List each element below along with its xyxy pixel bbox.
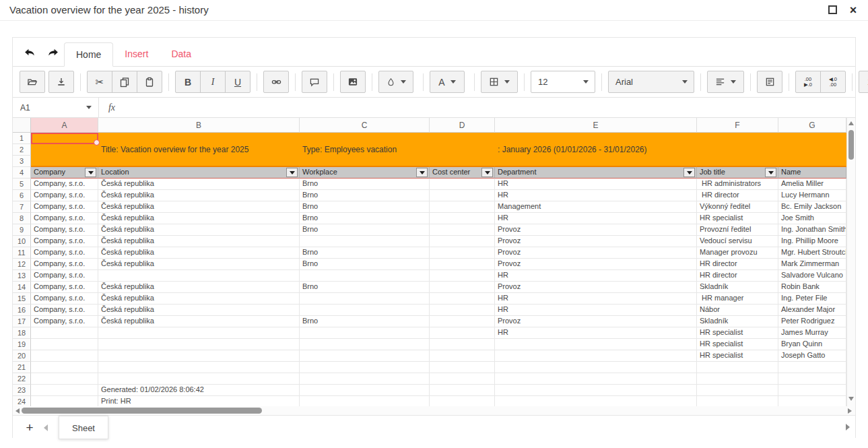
cell-C20[interactable] [300, 350, 430, 362]
redo-button[interactable] [44, 42, 63, 61]
cell-B19[interactable] [98, 339, 300, 350]
row-header-15[interactable]: 15 [13, 293, 31, 305]
cell-C11[interactable]: Brno [300, 247, 430, 259]
cell-C21[interactable] [300, 362, 430, 373]
cell-B5[interactable]: Česká republika [98, 179, 300, 190]
row-header-13[interactable]: 13 [13, 270, 31, 282]
cell-G22[interactable] [778, 373, 846, 385]
cell-C13[interactable] [300, 270, 430, 282]
row-header-5[interactable]: 5 [13, 179, 31, 190]
cell-E20[interactable] [495, 350, 697, 362]
cell-A3[interactable] [31, 156, 98, 167]
cell-D15[interactable] [430, 293, 495, 305]
cell-F1[interactable] [697, 133, 778, 144]
column-header-B[interactable]: B [98, 118, 300, 133]
cell-C14[interactable]: Brno [300, 282, 430, 293]
cell-G5[interactable]: Amelia Miller [778, 179, 846, 190]
cell-C6[interactable]: Brno [300, 190, 430, 201]
alignment-button[interactable] [707, 71, 744, 93]
cell-F18[interactable]: HR specialist [697, 327, 778, 339]
tab-insert[interactable]: Insert [113, 42, 160, 67]
filter-button-workplace[interactable] [416, 168, 428, 177]
cell-G8[interactable]: Joe Smith [778, 213, 846, 224]
cell-D22[interactable] [430, 373, 495, 385]
cell-D9[interactable] [430, 224, 495, 236]
cell-F11[interactable]: Manager provozu [697, 247, 778, 259]
cell-A13[interactable]: Company, s.r.o. [31, 270, 98, 282]
cell-D5[interactable] [430, 179, 495, 190]
cell-D4[interactable]: Cost center [430, 167, 495, 179]
cell-F8[interactable]: HR specialist [697, 213, 778, 224]
cell-F21[interactable] [697, 362, 778, 373]
tab-home[interactable]: Home [64, 42, 113, 67]
cell-G9[interactable]: Ing. Jonathan Smith [778, 224, 846, 236]
cell-C18[interactable] [300, 327, 430, 339]
paste-button[interactable] [137, 71, 162, 93]
column-header-C[interactable]: C [300, 118, 430, 133]
borders-button[interactable] [481, 71, 518, 93]
row-header-18[interactable]: 18 [13, 327, 31, 339]
cell-D8[interactable] [430, 213, 495, 224]
row-header-9[interactable]: 9 [13, 224, 31, 236]
cell-E6[interactable]: HR [495, 190, 697, 201]
number-format-button[interactable]: 123 [859, 71, 868, 93]
cell-A5[interactable]: Company, s.r.o. [31, 179, 98, 190]
row-header-12[interactable]: 12 [13, 259, 31, 270]
cell-E8[interactable]: HR [495, 213, 697, 224]
cell-A23[interactable] [31, 385, 98, 396]
cell-A16[interactable]: Company, s.r.o. [31, 305, 98, 316]
cell-A20[interactable] [31, 350, 98, 362]
cell-A21[interactable] [31, 362, 98, 373]
cell-G6[interactable]: Lucy Hermann [778, 190, 846, 201]
cell-B3[interactable] [98, 156, 300, 167]
fill-color-button[interactable] [378, 71, 413, 93]
cell-E17[interactable]: Provoz [495, 316, 697, 327]
cell-F10[interactable]: Vedoucí servisu [697, 236, 778, 247]
sheet-next-icon[interactable] [846, 424, 850, 430]
cell-G19[interactable]: Bryan Quinn [778, 339, 846, 350]
cell-B23[interactable]: Generated: 01/02/2026 8:06:42 [98, 385, 300, 396]
cell-G11[interactable]: Mgr. Hubert Stroutch [778, 247, 846, 259]
cell-E22[interactable] [495, 373, 697, 385]
row-header-7[interactable]: 7 [13, 201, 31, 213]
cell-B17[interactable]: Česká republika [98, 316, 300, 327]
row-header-17[interactable]: 17 [13, 316, 31, 327]
text-color-button[interactable]: A [430, 71, 465, 93]
cell-F15[interactable]: HR manager [697, 293, 778, 305]
cell-G2[interactable] [778, 144, 846, 156]
cell-A14[interactable]: Company, s.r.o. [31, 282, 98, 293]
column-header-E[interactable]: E [495, 118, 697, 133]
cell-E12[interactable]: Provoz [495, 259, 697, 270]
formula-input[interactable] [125, 98, 855, 117]
italic-button[interactable]: I [200, 71, 226, 93]
cell-A12[interactable]: Company, s.r.o. [31, 259, 98, 270]
cell-C17[interactable]: Brno [300, 316, 430, 327]
row-header-2[interactable]: 2 [13, 144, 31, 156]
horizontal-scrollbar-thumb[interactable] [22, 408, 262, 414]
insert-image-button[interactable] [340, 71, 366, 93]
cell-G3[interactable] [778, 156, 846, 167]
row-header-19[interactable]: 19 [13, 339, 31, 350]
cell-E9[interactable]: Provoz [495, 224, 697, 236]
underline-button[interactable]: U [225, 71, 251, 93]
cell-B6[interactable]: Česká republika [98, 190, 300, 201]
cell-B11[interactable]: Česká republika [98, 247, 300, 259]
close-button[interactable]: × [847, 5, 859, 15]
column-header-F[interactable]: F [697, 118, 778, 133]
cell-B18[interactable] [98, 327, 300, 339]
cell-B13[interactable] [98, 270, 300, 282]
cell-C8[interactable]: Brno [300, 213, 430, 224]
row-header-16[interactable]: 16 [13, 305, 31, 316]
cell-D2[interactable] [430, 144, 495, 156]
row-header-1[interactable]: 1 [13, 133, 31, 144]
row-header-24[interactable]: 24 [13, 396, 31, 406]
download-button[interactable] [48, 71, 74, 93]
row-header-23[interactable]: 23 [13, 385, 31, 396]
column-header-D[interactable]: D [430, 118, 495, 133]
cell-F4[interactable]: Job title [697, 167, 778, 179]
row-header-10[interactable]: 10 [13, 236, 31, 247]
cell-A11[interactable]: Company, s.r.o. [31, 247, 98, 259]
cell-D11[interactable] [430, 247, 495, 259]
open-button[interactable] [20, 71, 45, 93]
cell-E11[interactable]: Provoz [495, 247, 697, 259]
